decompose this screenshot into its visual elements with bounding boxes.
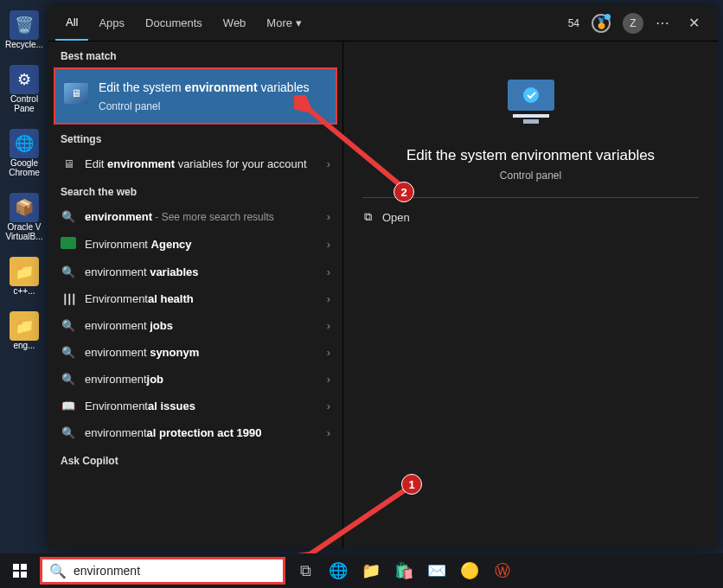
section-ask-copilot: Ask Copilot [48,446,342,472]
search-icon: 🔍 [61,373,76,386]
preview-monitor-icon [501,76,561,131]
search-icon: 🔍 [61,210,76,223]
rewards-points: 54 [568,17,579,29]
chevron-right-icon: › [327,157,330,170]
task-view-icon[interactable]: ⧉ [291,556,320,585]
monitor-check-icon: 🖥 [64,83,88,104]
chevron-right-icon: › [327,346,330,359]
svg-rect-3 [523,119,539,124]
results-column: Best match 🖥 Edit the system environment… [48,42,342,548]
section-search-web: Search the web [48,177,342,203]
annotation-badge-1: 1 [401,474,422,495]
tab-documents[interactable]: Documents [135,5,213,41]
taskbar-explorer-icon[interactable]: 📁 [356,556,386,585]
svg-rect-8 [13,572,19,578]
best-match-title: Edit the system environment variables [99,80,310,95]
chevron-right-icon: › [327,210,330,223]
chevron-right-icon: › [327,265,330,278]
tab-apps[interactable]: Apps [88,5,135,41]
svg-rect-7 [21,564,27,570]
chevron-right-icon: › [327,319,330,332]
web-result[interactable]: 📖Environmental issues› [48,393,342,419]
health-bars-icon: ┃┃┃ [61,292,76,305]
taskbar-mail-icon[interactable]: ✉️ [422,556,451,585]
search-icon: 🔍 [61,319,76,332]
taskbar-search-box[interactable]: 🔍 [40,557,285,585]
web-result[interactable]: 🔍environment - See more search results› [48,203,342,230]
web-result[interactable]: Environment Agency› [48,230,342,259]
web-result[interactable]: 🔍environment jobs› [48,312,342,339]
monitor-settings-icon: 🖥 [61,157,76,170]
best-match-subtitle: Control panel [99,100,310,112]
search-input[interactable] [74,564,276,578]
taskbar-store-icon[interactable]: 🛍️ [389,556,419,585]
chevron-right-icon: › [327,399,330,412]
search-panel: All Apps Documents Web More ▾ 54 🏅 Z ⋯ ✕… [48,5,718,548]
desktop-icon-cpp-folder[interactable]: 📁c++... [5,257,43,296]
book-icon: 📖 [61,399,76,412]
section-best-match: Best match [48,42,342,67]
desktop-icon-eng-folder[interactable]: 📁eng... [5,311,43,350]
taskbar: 🔍 ⧉ 🌐 📁 🛍️ ✉️ 🟡 Ⓦ [0,553,723,588]
desktop-icon-virtualbox[interactable]: 📦Oracle V VirtualB... [5,193,43,241]
start-button[interactable] [5,556,35,585]
web-result[interactable]: 🔍environment synonym› [48,339,342,366]
search-icon: 🔍 [61,346,76,359]
web-result[interactable]: ┃┃┃Environmental health› [48,285,342,312]
open-external-icon: ⧉ [364,210,372,224]
desktop-icon-recycle[interactable]: 🗑️Recycle... [5,10,43,49]
close-icon[interactable]: ✕ [683,15,704,31]
preview-subtitle: Control panel [500,169,561,182]
svg-rect-6 [13,564,19,570]
rewards-medal-icon[interactable]: 🏅 [592,14,611,33]
preview-title: Edit the system environment variables [389,147,672,164]
desktop-icon-chrome[interactable]: 🌐Google Chrome [5,129,43,177]
web-result[interactable]: 🔍environmentjob› [48,366,342,393]
search-icon: 🔍 [49,563,67,579]
desktop-icons: 🗑️Recycle... ⚙Control Pane 🌐Google Chrom… [0,0,48,588]
web-result[interactable]: 🔍environmental protection act 1990› [48,419,342,446]
taskbar-edge-icon[interactable]: 🌐 [323,556,353,585]
open-button[interactable]: ⧉ Open [343,198,431,236]
tab-all[interactable]: All [55,5,88,41]
more-menu-icon[interactable]: ⋯ [656,15,671,31]
desktop-icon-control-panel[interactable]: ⚙Control Pane [5,65,43,113]
svg-point-1 [523,87,539,103]
taskbar-chrome-icon[interactable]: 🟡 [455,556,484,585]
svg-rect-9 [21,572,27,578]
settings-result-env-vars[interactable]: 🖥 Edit environment variables for your ac… [48,150,342,177]
chevron-right-icon: › [327,238,330,251]
web-result[interactable]: 🔍environment variables› [48,259,342,285]
search-icon: 🔍 [61,426,76,439]
preview-pane: Edit the system environment variables Co… [342,42,718,548]
chevron-right-icon: › [327,426,330,439]
ea-logo-icon [61,237,76,252]
svg-rect-2 [513,114,549,118]
annotation-badge-2: 2 [393,182,414,202]
search-icon: 🔍 [61,265,76,278]
tab-more[interactable]: More ▾ [256,5,311,41]
search-tabs: All Apps Documents Web More ▾ 54 🏅 Z ⋯ ✕ [48,5,718,42]
taskbar-wps-icon[interactable]: Ⓦ [488,556,517,585]
user-avatar[interactable]: Z [623,13,643,34]
tab-web[interactable]: Web [213,5,257,41]
section-settings: Settings [48,125,342,150]
chevron-right-icon: › [327,373,330,386]
best-match-result[interactable]: 🖥 Edit the system environment variables … [54,67,337,125]
chevron-right-icon: › [327,292,330,305]
